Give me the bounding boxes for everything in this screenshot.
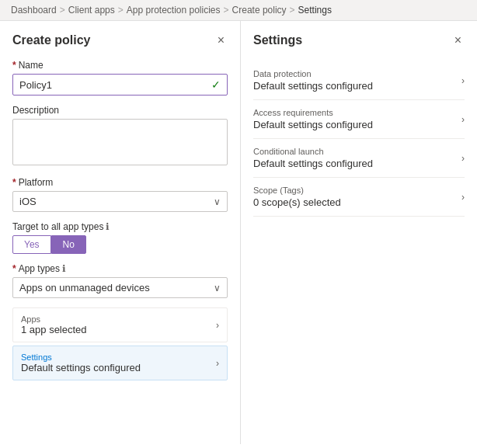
- breadcrumb-sep-2: >: [118, 5, 124, 16]
- app-types-info-icon[interactable]: ℹ: [62, 263, 66, 274]
- description-textarea[interactable]: [12, 119, 228, 165]
- name-label: * Name: [12, 60, 228, 71]
- platform-select[interactable]: iOS Android: [13, 192, 227, 211]
- settings-item-label-1: Access requirements: [253, 108, 461, 117]
- apps-nav-label: Apps: [21, 314, 87, 324]
- right-panel: Settings × Data protection Default setti…: [241, 21, 477, 444]
- settings-item-left-2: Conditional launch Default settings conf…: [253, 147, 461, 169]
- app-types-select-wrapper: Apps on unmanaged devices ∨: [12, 277, 228, 298]
- settings-item-left-0: Data protection Default settings configu…: [253, 69, 461, 92]
- settings-item-label-0: Data protection: [253, 69, 461, 78]
- target-no-button[interactable]: No: [51, 235, 86, 254]
- app-types-select[interactable]: Apps on unmanaged devices: [13, 278, 227, 297]
- settings-item-chevron-0: ›: [461, 75, 465, 86]
- app-types-required-star: *: [12, 263, 16, 274]
- target-info-icon[interactable]: ℹ: [106, 221, 110, 232]
- name-input-wrapper: ✓: [12, 74, 228, 96]
- apps-nav-content: Apps 1 app selected: [21, 314, 87, 335]
- main-container: Create policy × * Name ✓ Description * P…: [0, 21, 477, 444]
- settings-item-1[interactable]: Access requirements Default settings con…: [253, 100, 465, 139]
- description-label: Description: [12, 105, 228, 116]
- apps-nav-value: 1 app selected: [21, 324, 87, 335]
- left-panel-header: Create policy ×: [12, 32, 228, 49]
- settings-item-value-1: Default settings configured: [253, 119, 461, 130]
- settings-nav-item[interactable]: Settings Default settings configured ›: [12, 346, 228, 380]
- target-toggle-group: Yes No: [12, 235, 228, 254]
- left-panel: Create policy × * Name ✓ Description * P…: [0, 21, 241, 444]
- settings-item-left-1: Access requirements Default settings con…: [253, 108, 461, 130]
- breadcrumb-sep-3: >: [224, 5, 229, 16]
- target-field-group: Target to all app types ℹ Yes No: [12, 221, 228, 254]
- name-check-icon: ✓: [211, 78, 221, 91]
- breadcrumb: Dashboard > Client apps > App protection…: [0, 0, 477, 21]
- settings-item-value-3: 0 scope(s) selected: [253, 196, 461, 208]
- settings-item-chevron-1: ›: [461, 114, 465, 125]
- breadcrumb-sep-1: >: [60, 5, 65, 16]
- settings-item-value-0: Default settings configured: [253, 80, 461, 92]
- platform-field-group: * Platform iOS Android ∨: [12, 177, 228, 212]
- settings-item-chevron-2: ›: [461, 153, 465, 164]
- apps-nav-item[interactable]: Apps 1 app selected ›: [12, 307, 228, 342]
- description-field-group: Description: [12, 105, 228, 168]
- platform-select-wrapper: iOS Android ∨: [12, 191, 228, 212]
- name-field-group: * Name ✓: [12, 60, 228, 96]
- name-required-star: *: [12, 60, 16, 71]
- settings-item-2[interactable]: Conditional launch Default settings conf…: [253, 139, 465, 178]
- settings-item-left-3: Scope (Tags) 0 scope(s) selected: [253, 186, 461, 208]
- breadcrumb-app-protection[interactable]: App protection policies: [127, 5, 221, 16]
- settings-item-0[interactable]: Data protection Default settings configu…: [253, 61, 465, 100]
- platform-required-star: *: [12, 177, 16, 188]
- platform-label: * Platform: [12, 177, 228, 188]
- breadcrumb-dashboard[interactable]: Dashboard: [11, 5, 57, 16]
- right-panel-header: Settings ×: [253, 32, 465, 49]
- breadcrumb-create-policy[interactable]: Create policy: [232, 5, 287, 16]
- breadcrumb-client-apps[interactable]: Client apps: [68, 5, 115, 16]
- settings-item-value-2: Default settings configured: [253, 158, 461, 169]
- settings-item-label-3: Scope (Tags): [253, 186, 461, 195]
- left-panel-title: Create policy: [12, 33, 90, 47]
- settings-nav-label: Settings: [21, 352, 141, 362]
- right-panel-title: Settings: [253, 33, 302, 47]
- right-panel-close-button[interactable]: ×: [451, 32, 465, 49]
- app-types-field-group: * App types ℹ Apps on unmanaged devices …: [12, 263, 228, 298]
- app-types-label: * App types ℹ: [12, 263, 228, 274]
- settings-nav-content: Settings Default settings configured: [21, 352, 141, 373]
- breadcrumb-settings: Settings: [298, 5, 332, 16]
- settings-item-3[interactable]: Scope (Tags) 0 scope(s) selected ›: [253, 178, 465, 217]
- target-yes-button[interactable]: Yes: [12, 235, 51, 254]
- settings-nav-chevron: ›: [216, 358, 219, 369]
- name-input[interactable]: [19, 79, 211, 91]
- apps-nav-chevron: ›: [216, 320, 219, 331]
- breadcrumb-sep-4: >: [290, 5, 295, 16]
- settings-item-label-2: Conditional launch: [253, 147, 461, 156]
- left-panel-close-button[interactable]: ×: [214, 32, 228, 49]
- settings-item-chevron-3: ›: [461, 192, 465, 203]
- settings-nav-value: Default settings configured: [21, 362, 141, 373]
- settings-list: Data protection Default settings configu…: [253, 61, 465, 217]
- target-label: Target to all app types ℹ: [12, 221, 228, 232]
